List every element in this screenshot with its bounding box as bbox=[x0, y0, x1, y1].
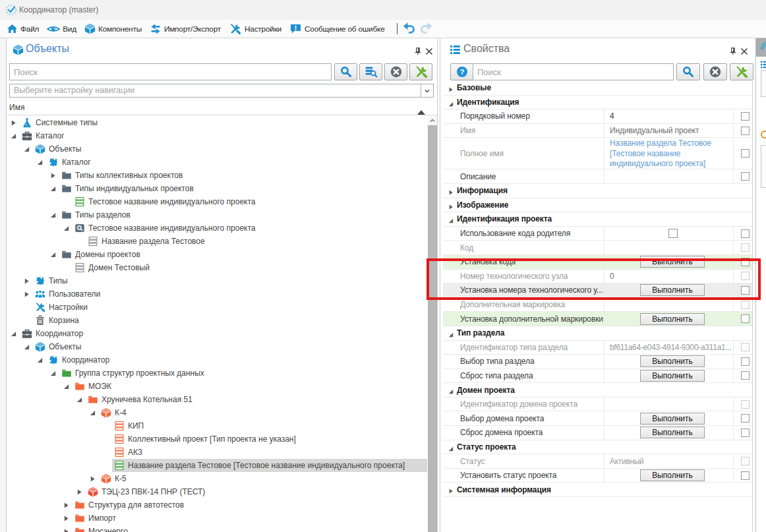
row-checkbox[interactable] bbox=[741, 127, 750, 135]
execute-button[interactable]: Выполнить bbox=[640, 284, 705, 296]
property-row[interactable]: Выбор типа разделаВыполнить bbox=[443, 355, 753, 369]
property-row[interactable]: СтатусАктивный bbox=[443, 454, 753, 469]
tree-item[interactable]: Координатор bbox=[7, 353, 427, 367]
tree-item[interactable]: Типы индивидуальных проектов bbox=[7, 182, 427, 195]
execute-button[interactable]: Выполнить bbox=[640, 313, 705, 325]
menu-settings[interactable]: Настройки bbox=[229, 23, 281, 35]
collapse-arrow-icon[interactable] bbox=[36, 159, 43, 165]
row-checkbox[interactable] bbox=[741, 272, 750, 280]
collapse-arrow-icon[interactable] bbox=[10, 330, 16, 337]
tree-item[interactable]: Объекты bbox=[7, 340, 427, 353]
tree-item[interactable]: Настройки bbox=[7, 301, 427, 314]
clear-search-button[interactable] bbox=[384, 63, 407, 80]
property-value[interactable]: 0 bbox=[604, 272, 614, 281]
expand-arrow-icon[interactable] bbox=[23, 291, 30, 297]
menu-import-export[interactable]: Импорт/Экспорт bbox=[150, 23, 221, 35]
navigation-combo[interactable]: Выберите настройку навигации bbox=[9, 84, 434, 98]
tree-item[interactable]: Тестовое название индивидуального проект… bbox=[7, 195, 427, 208]
tree-item[interactable]: Пользователи bbox=[7, 287, 427, 301]
property-group-row[interactable]: Информация bbox=[443, 184, 753, 198]
expand-arrow-icon[interactable] bbox=[49, 172, 56, 179]
tree-item[interactable]: К-4 bbox=[7, 406, 427, 419]
tree-item[interactable]: ТЭЦ-23 ПВК-14 ПНР (ТЕСТ) bbox=[7, 485, 427, 498]
collapse-arrow-icon[interactable] bbox=[10, 133, 16, 139]
tree-item[interactable]: Системные типы bbox=[7, 116, 427, 129]
property-row[interactable]: Сброс домена проектаВыполнить bbox=[443, 426, 753, 440]
property-row[interactable]: Идентификатор домена проекта bbox=[443, 398, 753, 412]
collapse-arrow-icon[interactable] bbox=[63, 225, 69, 231]
tree-item[interactable]: Мосэнерго bbox=[7, 525, 427, 532]
tree-item[interactable]: Корзина bbox=[7, 314, 427, 327]
property-row[interactable]: Использование кода родителя bbox=[443, 227, 753, 241]
undo-button[interactable] bbox=[402, 22, 416, 36]
row-checkbox[interactable] bbox=[741, 243, 750, 252]
collapse-arrow-icon[interactable] bbox=[448, 387, 453, 393]
property-row[interactable]: Установка кодаВыполнить bbox=[443, 255, 753, 270]
property-value[interactable]: bf611a64-e043-4914-9300-a311a1... bbox=[604, 343, 732, 352]
expand-arrow-icon[interactable] bbox=[76, 488, 82, 495]
collapse-arrow-icon[interactable] bbox=[49, 251, 56, 258]
search-button[interactable] bbox=[334, 63, 357, 80]
tree-item[interactable]: Координатор bbox=[7, 327, 427, 340]
property-row[interactable]: Идентификатор типа разделаbf611a64-e043-… bbox=[443, 341, 753, 355]
row-checkbox[interactable] bbox=[741, 357, 750, 366]
row-checkbox[interactable] bbox=[741, 414, 750, 423]
tree-item[interactable]: Группа структур проектных данных bbox=[7, 367, 427, 380]
expand-arrow-icon[interactable] bbox=[89, 475, 96, 482]
expand-arrow-icon[interactable] bbox=[63, 515, 69, 521]
property-row[interactable]: Порядковый номер4 bbox=[443, 109, 753, 124]
row-checkbox[interactable] bbox=[741, 457, 750, 465]
menu-components[interactable]: Компоненты bbox=[84, 23, 142, 35]
expand-arrow-icon[interactable] bbox=[63, 502, 69, 508]
row-checkbox[interactable] bbox=[741, 400, 750, 409]
collapse-arrow-icon[interactable] bbox=[448, 216, 453, 222]
collapse-arrow-icon[interactable] bbox=[448, 444, 453, 450]
tree-item[interactable]: АКЗ bbox=[7, 446, 427, 459]
property-row[interactable]: Установить статус проектаВыполнить bbox=[443, 469, 753, 483]
property-group-row[interactable]: Изображение bbox=[443, 198, 753, 213]
property-row[interactable]: Дополнительная маркировка bbox=[443, 298, 753, 312]
tree-item[interactable]: КИП bbox=[7, 419, 427, 432]
menu-error-report[interactable]: Сообщение об ошибке bbox=[289, 23, 385, 35]
property-group-row[interactable]: Идентификация bbox=[443, 96, 753, 110]
expand-arrow-icon[interactable] bbox=[448, 487, 453, 492]
tree-item[interactable]: Домен Тестовый bbox=[7, 261, 427, 274]
tree-item[interactable]: Тестовое название индивидуального проект… bbox=[7, 222, 427, 235]
collapse-arrow-icon[interactable] bbox=[23, 343, 30, 350]
properties-search-input[interactable] bbox=[473, 63, 674, 80]
execute-button[interactable]: Выполнить bbox=[640, 355, 705, 367]
row-checkbox[interactable] bbox=[741, 371, 750, 380]
property-value[interactable]: Индивидуальный проект bbox=[604, 126, 699, 135]
tree-item[interactable]: Каталог bbox=[7, 156, 427, 169]
property-row[interactable]: Описание bbox=[443, 169, 753, 184]
menu-view[interactable]: Вид bbox=[47, 23, 76, 35]
property-row[interactable]: Номер технологического узла0 bbox=[443, 270, 753, 284]
help-button[interactable] bbox=[450, 63, 474, 80]
row-checkbox[interactable] bbox=[741, 258, 750, 266]
tree-column-header[interactable]: Имя bbox=[7, 100, 437, 115]
row-checkbox[interactable] bbox=[741, 172, 750, 181]
property-row[interactable]: ИмяИндивидуальный проект bbox=[443, 124, 753, 138]
expand-arrow-icon[interactable] bbox=[448, 202, 453, 208]
execute-button[interactable]: Выполнить bbox=[640, 427, 705, 438]
property-row[interactable]: Сброс типа разделаВыполнить bbox=[443, 369, 753, 384]
execute-button[interactable]: Выполнить bbox=[640, 256, 705, 268]
tree-item[interactable]: МОЭК bbox=[7, 380, 427, 393]
row-checkbox[interactable] bbox=[741, 314, 750, 323]
search-settings-button[interactable] bbox=[730, 63, 753, 80]
row-checkbox[interactable] bbox=[741, 301, 750, 309]
property-value[interactable]: 4 bbox=[604, 111, 614, 121]
tree-item[interactable]: Каталог bbox=[7, 129, 427, 142]
property-row[interactable]: Выбор домена проектаВыполнить bbox=[443, 411, 753, 426]
expand-arrow-icon[interactable] bbox=[10, 119, 16, 126]
close-icon[interactable] bbox=[425, 46, 433, 54]
property-group-row[interactable]: Статус проекта bbox=[443, 440, 753, 455]
collapse-arrow-icon[interactable] bbox=[49, 212, 56, 218]
tree-scrollbar[interactable] bbox=[428, 115, 437, 532]
collapse-arrow-icon[interactable] bbox=[49, 370, 56, 376]
row-checkbox[interactable] bbox=[741, 229, 750, 238]
collapse-arrow-icon[interactable] bbox=[448, 330, 453, 336]
expand-arrow-icon[interactable] bbox=[63, 528, 69, 532]
collapse-arrow-icon[interactable] bbox=[36, 357, 43, 363]
objects-search-input[interactable] bbox=[9, 63, 332, 80]
